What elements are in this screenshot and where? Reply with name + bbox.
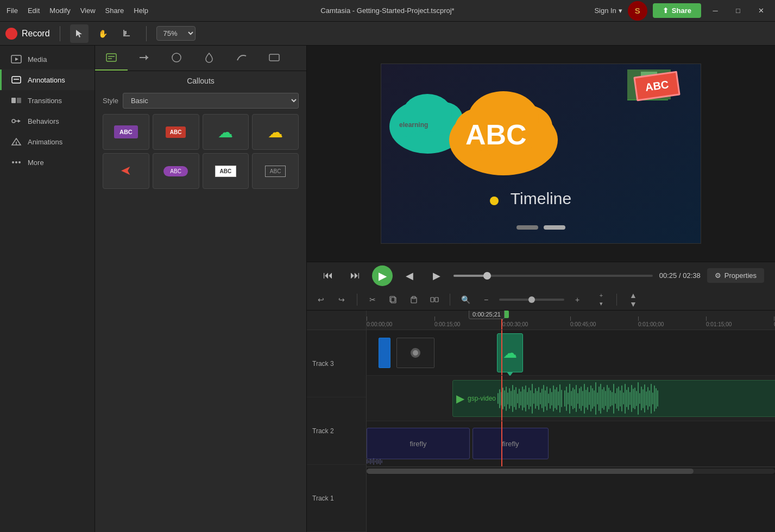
app-logo: S <box>628 1 647 21</box>
callout-tab-text[interactable] <box>95 46 128 71</box>
redo-button[interactable]: ↪ <box>334 292 349 307</box>
maximize-button[interactable]: □ <box>729 3 747 18</box>
ruler-mark-3: 0:00:45;00 <box>570 316 596 327</box>
ruler-mark-1: 0:00:15;00 <box>434 316 460 327</box>
callout-red-speech[interactable]: ABC <box>153 114 199 150</box>
canvas-progress-right <box>544 225 565 230</box>
step-back-button[interactable]: ⏮ <box>318 265 338 286</box>
menu-help[interactable]: Help <box>134 7 148 15</box>
menu-share[interactable]: Share <box>105 7 124 15</box>
menu-view[interactable]: View <box>80 7 96 15</box>
gear-icon: ⚙ <box>715 271 721 280</box>
sign-in-button[interactable]: Sign In ▾ <box>594 7 622 15</box>
paste-button[interactable] <box>406 292 421 307</box>
more-icon <box>10 157 22 167</box>
time-total: 02:38 <box>683 271 701 280</box>
undo-button[interactable]: ↩ <box>313 292 329 307</box>
tl-separator-3 <box>616 294 617 306</box>
menu-bar: File Edit Modify View Share Help <box>0 7 148 15</box>
sidebar-item-annotations[interactable]: Annotations <box>0 69 94 90</box>
callout-outline-rect[interactable]: ABC <box>252 153 299 189</box>
properties-button[interactable]: ⚙ Properties <box>707 268 764 283</box>
zoom-in-button[interactable]: + <box>570 292 585 307</box>
callout-red-arrow[interactable]: ➤ <box>103 153 149 189</box>
timeline-extra-down[interactable]: ▼ <box>626 300 641 308</box>
track-label-3[interactable]: Track 3 <box>307 330 366 397</box>
track-label-2[interactable]: Track 2 <box>307 397 366 465</box>
zoom-out-button[interactable]: − <box>478 292 494 307</box>
track3-clip1[interactable] <box>379 338 390 368</box>
callout-tab-arrow[interactable] <box>128 46 160 71</box>
timeline-extra-up[interactable]: ▲ <box>626 292 641 299</box>
sidebar-item-animations[interactable]: Animations <box>0 131 94 152</box>
next-frame-button[interactable]: ▶ <box>426 265 447 286</box>
ruler-mark-0: 0:00:00;00 <box>367 316 392 327</box>
svg-marker-10 <box>18 119 21 123</box>
crop-tool-button[interactable] <box>118 24 136 43</box>
pan-tool-button[interactable]: ✋ <box>94 24 112 43</box>
record-label: Record <box>22 29 50 39</box>
cut-button[interactable]: ✂ <box>365 292 380 307</box>
play-button[interactable]: ▶ <box>372 265 393 286</box>
zoom-slider-thumb[interactable] <box>528 296 535 303</box>
track1-clip-firefly1[interactable]: firefly <box>367 428 470 459</box>
track1-clip-firefly2[interactable]: firefly <box>472 428 549 459</box>
add-track-button[interactable]: + <box>594 292 609 299</box>
select-tool-button[interactable] <box>70 24 89 43</box>
track3-clip2[interactable] <box>396 338 434 368</box>
zoom-slider[interactable] <box>499 299 564 301</box>
menu-edit[interactable]: Edit <box>28 7 40 15</box>
callout-tab-drop[interactable] <box>193 46 225 71</box>
track-label-1[interactable]: Track 1 <box>307 465 366 532</box>
callout-yellow-thought[interactable]: ☁ <box>252 114 299 150</box>
sidebar-item-media[interactable]: Media <box>0 49 94 69</box>
track-options-button[interactable]: ▾ <box>594 300 609 308</box>
track1-waveform <box>367 458 775 465</box>
scrubber[interactable] <box>453 275 653 277</box>
split-button[interactable] <box>427 292 442 307</box>
cloud-abc-text: ABC <box>465 118 527 151</box>
scrubber-fill <box>453 275 487 277</box>
zoom-select[interactable]: 75% 50% 100% 125% <box>156 26 196 41</box>
sidebar-item-behaviors[interactable]: Behaviors <box>0 111 94 131</box>
scrubber-thumb[interactable] <box>483 272 491 280</box>
callout-white-rect[interactable]: ABC <box>203 153 249 189</box>
scrollbar-track <box>367 468 775 474</box>
prev-frame-button[interactable]: ◀ <box>399 265 420 286</box>
svg-point-13 <box>12 161 14 163</box>
animations-icon <box>10 137 22 147</box>
ruler-mark-2: 0:00:30;00 <box>502 316 528 327</box>
share-button[interactable]: ⬆ Share <box>653 3 701 18</box>
sidebar-animations-label: Animations <box>28 138 62 146</box>
magnify-button[interactable]: 🔍 <box>458 292 473 307</box>
close-button[interactable]: ✕ <box>752 3 770 18</box>
sidebar-item-transitions[interactable]: Transitions <box>0 90 94 111</box>
red-speech-shape: ABC <box>166 126 186 138</box>
clip3-cloud-icon: ☁ <box>503 345 517 362</box>
preview-viewport: elearning ABC <box>381 64 701 244</box>
callout-tab-shape[interactable] <box>160 46 193 71</box>
paste-icon <box>409 295 418 304</box>
minimize-button[interactable]: ─ <box>707 3 724 18</box>
callout-tab-keyboard[interactable] <box>258 46 291 71</box>
menu-file[interactable]: File <box>7 7 18 15</box>
track-2-row: ▶ gsp-video <box>367 376 775 421</box>
copy-button[interactable] <box>386 292 401 307</box>
preview-area: elearning ABC <box>307 46 775 289</box>
behaviors-icon <box>10 116 22 126</box>
callout-teal-cloud[interactable]: ☁ <box>203 114 249 150</box>
callout-purple-ribbon[interactable]: ABC <box>153 153 199 189</box>
sidebar-transitions-label: Transitions <box>28 97 62 105</box>
record-button[interactable]: Record <box>5 28 50 40</box>
svg-rect-6 <box>11 98 16 103</box>
scrollbar-thumb[interactable] <box>367 468 694 474</box>
menu-modify[interactable]: Modify <box>49 7 70 15</box>
callout-purple-rectangle[interactable]: ABC <box>103 114 149 150</box>
playhead-t3 <box>501 330 502 375</box>
callout-tab-curve[interactable] <box>225 46 258 71</box>
style-select[interactable]: Basic Advanced <box>123 93 299 109</box>
step-forward-button[interactable]: ⏭ <box>345 265 366 286</box>
main-toolbar: Record ✋ 75% 50% 100% 125% <box>0 22 775 46</box>
track-add-controls: + ▾ <box>594 292 609 308</box>
sidebar-item-more[interactable]: More <box>0 152 94 173</box>
